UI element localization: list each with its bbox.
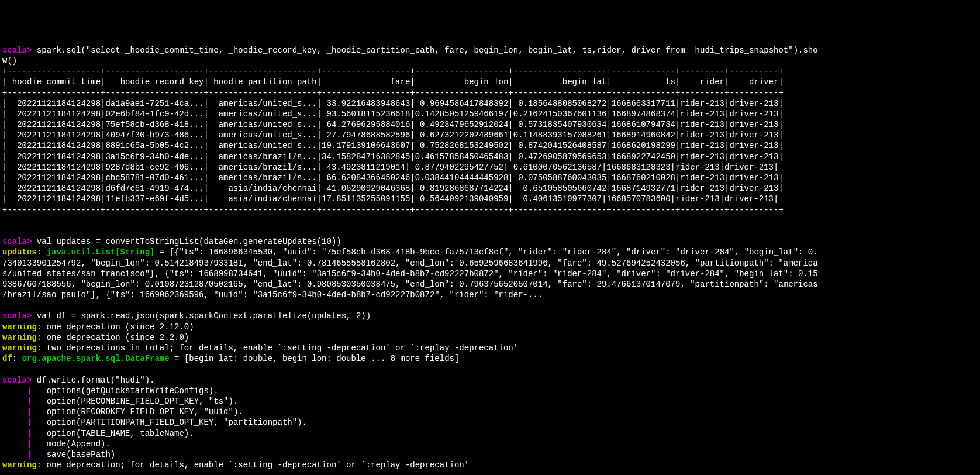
colon: : — [12, 354, 22, 363]
table-row: | 20221121184124298|8891c65a-5b05-4c2...… — [2, 141, 784, 150]
value-text: = [begin_lat: double, begin_lon: double … — [170, 354, 460, 363]
table-separator: +-------------------+-------------------… — [2, 88, 784, 98]
continuation-text: options(getQuickstartWriteConfigs). — [32, 386, 218, 395]
table-header: |_hoodie_commit_time| _hoodie_record_key… — [2, 77, 784, 87]
warning-text: one deprecation; for details, enable `:s… — [42, 460, 469, 470]
type-name: java.util.List[String] — [47, 247, 155, 257]
table-row: | 20221121184124298|da1a9ae1-7251-4ca...… — [2, 99, 784, 108]
continuation-text: option(TABLE_NAME, tableName). — [32, 429, 194, 438]
warning-label: warning: — [2, 333, 42, 342]
command-text: val updates = convertToStringList(dataGe… — [32, 237, 341, 246]
table-row: | 20221121184124298|cbc58781-07d0-461...… — [2, 173, 784, 183]
scala-prompt: scala> — [2, 376, 32, 385]
command-text: df.write.format("hudi"). — [32, 376, 154, 385]
table-row: | 20221121184124298|d6fd7e61-4919-474...… — [2, 184, 784, 193]
table-row: | 20221121184124298|75ef58cb-d368-418...… — [2, 120, 784, 129]
continuation-indent — [2, 429, 27, 438]
warning-label: warning: — [2, 343, 42, 353]
command-text: val df = spark.read.json(spark.sparkCont… — [32, 311, 371, 321]
table-row: | 20221121184124298|11efb337-e69f-4d5...… — [2, 194, 778, 204]
continuation-indent — [2, 386, 27, 395]
table-row: | 20221121184124298|02e6bf84-1fc9-42d...… — [2, 109, 784, 119]
continuation-text: option(RECORDKEY_FIELD_OPT_KEY, "uuid"). — [32, 407, 243, 417]
continuation-text: mode(Append). — [32, 439, 110, 449]
warning-text: one deprecation (since 2.12.0) — [42, 322, 194, 332]
table-row: | 20221121184124298|40947f30-b973-486...… — [2, 130, 784, 140]
continuation-text: save(basePath) — [32, 450, 115, 459]
continuation-indent — [2, 418, 27, 427]
colon: : — [37, 247, 47, 257]
continuation-text: option(PRECOMBINE_FIELD_OPT_KEY, "ts"). — [32, 397, 238, 406]
table-row: | 20221121184124298|9287d8b1-ce92-406...… — [2, 163, 778, 172]
continuation-indent — [2, 397, 27, 406]
warning-text: one deprecation (since 2.2.0) — [42, 333, 189, 342]
continuation-indent — [2, 450, 27, 459]
command-text: spark.sql("select _hoodie_commit_time, _… — [2, 46, 818, 66]
warning-label: warning: — [2, 322, 42, 332]
continuation-indent — [2, 439, 27, 449]
var-name: df — [2, 354, 12, 363]
continuation-indent — [2, 407, 27, 417]
scala-prompt: scala> — [2, 311, 32, 321]
table-separator: +-------------------+-------------------… — [2, 67, 784, 76]
table-separator: +-------------------+-------------------… — [2, 205, 784, 215]
var-name: updates — [2, 247, 37, 257]
terminal-output[interactable]: scala> spark.sql("select _hoodie_commit_… — [2, 45, 978, 471]
table-row: | 20221121184124298|3a15c6f9-34b0-4de...… — [2, 152, 784, 161]
warning-text: two deprecations in total; for details, … — [42, 343, 518, 353]
scala-prompt: scala> — [2, 237, 32, 246]
scala-prompt: scala> — [2, 46, 32, 55]
continuation-text: option(PARTITIONPATH_FIELD_OPT_KEY, "par… — [32, 418, 306, 427]
warning-label: warning: — [2, 460, 42, 470]
type-name: org.apache.spark.sql.DataFrame — [22, 354, 170, 363]
